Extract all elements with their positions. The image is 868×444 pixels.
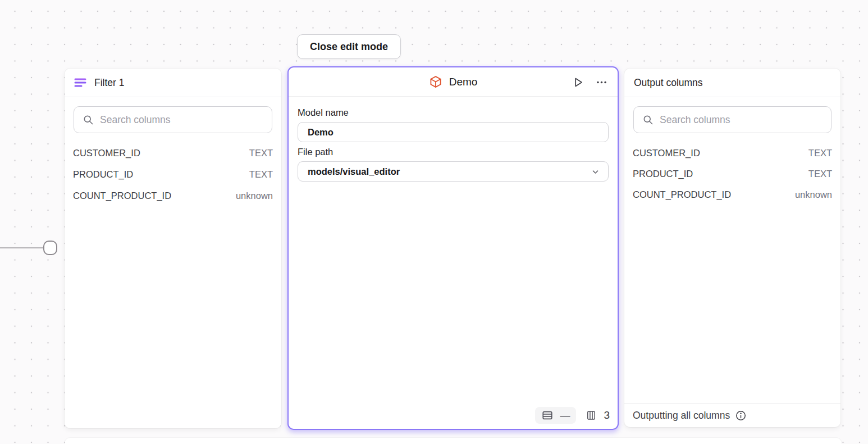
close-edit-mode-button[interactable]: Close edit mode: [297, 34, 401, 59]
column-count-control[interactable]: 3: [586, 409, 610, 422]
row-count-value: —: [560, 410, 570, 421]
model-panel-body: Model name File path models/visual_edito…: [289, 97, 618, 182]
column-name: CUSTOMER_ID: [633, 147, 700, 159]
model-panel-header[interactable]: Demo: [289, 67, 618, 97]
column-name: PRODUCT_ID: [633, 167, 693, 180]
column-type: unknown: [236, 189, 273, 202]
column-type: TEXT: [808, 147, 832, 159]
column-row[interactable]: COUNT_PRODUCT_ID unknown: [624, 184, 840, 205]
filter-search-input[interactable]: [100, 114, 263, 126]
play-icon: [572, 76, 584, 89]
column-type: TEXT: [249, 168, 273, 180]
column-row[interactable]: CUSTOMER_ID TEXT: [65, 142, 281, 164]
column-type: unknown: [795, 188, 832, 201]
output-footer-text: Outputting all columns: [633, 410, 730, 422]
model-panel-title: Demo: [449, 76, 478, 88]
file-path-value: models/visual_editor: [308, 166, 400, 177]
bottom-panel: [65, 438, 842, 444]
filter-panel-title: Filter 1: [94, 77, 124, 89]
table-rows-icon: [541, 409, 554, 422]
column-name: PRODUCT_ID: [73, 168, 133, 180]
output-panel-footer: Outputting all columns: [624, 403, 840, 427]
run-model-button[interactable]: [572, 76, 584, 89]
model-cube-icon: [429, 75, 442, 89]
column-row[interactable]: COUNT_PRODUCT_ID unknown: [65, 185, 281, 206]
column-type: TEXT: [249, 147, 273, 159]
info-icon[interactable]: [735, 410, 747, 422]
column-row[interactable]: PRODUCT_ID TEXT: [624, 163, 840, 184]
filter-node-panel: Filter 1 CUSTOMER_ID TEXT PRODUCT_ID TEX…: [65, 69, 281, 428]
search-icon: [83, 114, 94, 125]
output-search-input[interactable]: [660, 114, 823, 126]
output-panel-title: Output columns: [634, 77, 703, 89]
file-path-label: File path: [298, 147, 609, 157]
file-path-select[interactable]: models/visual_editor: [298, 161, 609, 182]
chevron-down-icon: [591, 167, 600, 176]
model-name-label: Model name: [298, 107, 609, 118]
ellipsis-icon: [596, 76, 607, 88]
more-options-button[interactable]: [596, 76, 607, 88]
column-name: CUSTOMER_ID: [73, 147, 140, 159]
model-panel-footer: — 3: [535, 407, 610, 424]
column-type: TEXT: [808, 167, 832, 180]
column-row[interactable]: PRODUCT_ID TEXT: [65, 164, 281, 185]
filter-column-list: CUSTOMER_ID TEXT PRODUCT_ID TEXT COUNT_P…: [65, 142, 281, 206]
filter-search-box: [74, 106, 272, 133]
connection-handle[interactable]: [43, 241, 57, 255]
column-name: COUNT_PRODUCT_ID: [633, 188, 731, 201]
model-panel-actions: [572, 67, 607, 97]
model-node-panel-selected: Demo Model name File path: [287, 66, 619, 430]
filter-icon: [74, 78, 86, 88]
search-icon: [642, 114, 654, 125]
connection-edge: [0, 247, 44, 248]
row-count-control[interactable]: —: [535, 407, 576, 424]
filter-panel-header[interactable]: Filter 1: [65, 69, 281, 97]
output-panel-header: Output columns: [624, 69, 840, 97]
model-name-input[interactable]: [298, 122, 609, 142]
column-row[interactable]: CUSTOMER_ID TEXT: [624, 142, 840, 163]
column-name: COUNT_PRODUCT_ID: [73, 189, 171, 202]
table-columns-icon: [586, 409, 597, 422]
output-columns-panel: Output columns CUSTOMER_ID TEXT PRODUCT_…: [624, 69, 840, 427]
output-search-box: [633, 106, 832, 133]
output-column-list: CUSTOMER_ID TEXT PRODUCT_ID TEXT COUNT_P…: [624, 142, 840, 205]
column-count-value: 3: [604, 409, 610, 422]
